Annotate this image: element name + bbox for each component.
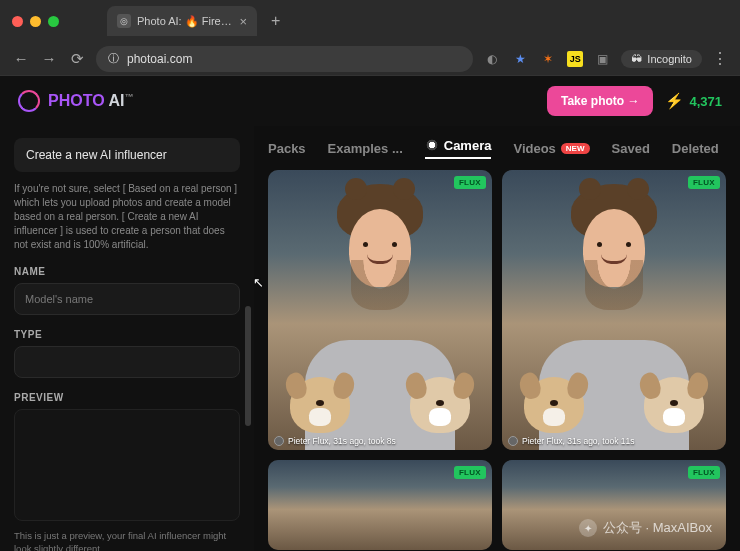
bolt-icon: ⚡ (665, 92, 684, 110)
model-name-placeholder: Model's name (25, 293, 93, 305)
tab-deleted[interactable]: Deleted (672, 141, 719, 156)
favicon-icon: ◎ (117, 14, 131, 28)
close-window-icon[interactable] (12, 16, 23, 27)
preview-box (14, 409, 240, 521)
app-header: PHOTO AI™ Take photo → ⚡ 4,371 (0, 76, 740, 126)
tab-videos-label: Videos (513, 141, 555, 156)
photo-card[interactable]: FLUX Pieter Flux, 31s ago, took 8s (268, 170, 492, 450)
content-area: Packs Examples ... Camera Videos NEW Sav… (254, 126, 740, 551)
extensions-area: ◐ ★ ✶ JS ▣ 🕶 Incognito ⋮ (483, 49, 728, 68)
main-area: Create a new AI influencer If you're not… (0, 126, 740, 551)
photo-card[interactable]: FLUX (502, 460, 726, 550)
photo-grid: FLUX Pieter Flux, 31s ago, took 8s FLUX … (268, 170, 726, 550)
tab-camera[interactable]: Camera (425, 138, 492, 159)
photo-caption: Pieter Flux, 31s ago, took 8s (274, 436, 396, 446)
tab-examples[interactable]: Examples ... (328, 141, 403, 156)
caption-text: Pieter Flux, 31s ago, took 8s (288, 436, 396, 446)
photo-card[interactable]: FLUX (268, 460, 492, 550)
browser-tab-strip: ◎ Photo AI: 🔥 Fire your photog × + (0, 0, 740, 42)
preview-note: This is just a preview, your final AI in… (14, 529, 240, 551)
brand-word-photo: PHOTO (48, 92, 105, 109)
flux-badge: FLUX (454, 176, 486, 189)
tab-camera-label: Camera (444, 138, 492, 153)
brand-word-ai: AI (108, 92, 124, 109)
tab-saved[interactable]: Saved (612, 141, 650, 156)
type-select[interactable] (14, 346, 240, 378)
tab-examples-label: Examples ... (328, 141, 403, 156)
new-tab-button[interactable]: + (265, 12, 286, 30)
type-label: TYPE (14, 329, 240, 340)
take-photo-button[interactable]: Take photo → (547, 86, 653, 116)
extension-icon[interactable]: ✶ (539, 50, 557, 68)
forward-icon[interactable]: → (40, 50, 58, 67)
content-tabs: Packs Examples ... Camera Videos NEW Sav… (268, 126, 726, 170)
sidebar-description: If you're not sure, select [ Based on a … (14, 182, 240, 252)
incognito-badge[interactable]: 🕶 Incognito (621, 50, 702, 68)
browser-toolbar: ← → ⟳ ⓘ photoai.com ◐ ★ ✶ JS ▣ 🕶 Incogni… (0, 42, 740, 76)
flux-badge: FLUX (688, 176, 720, 189)
flux-badge: FLUX (688, 466, 720, 479)
tab-saved-label: Saved (612, 141, 650, 156)
brand-logo[interactable]: PHOTO AI™ (18, 90, 133, 112)
site-info-icon[interactable]: ⓘ (108, 51, 119, 66)
photo-card[interactable]: FLUX Pieter Flux, 31s ago, took 11s (502, 170, 726, 450)
create-influencer-button[interactable]: Create a new AI influencer (14, 138, 240, 172)
trademark-icon: ™ (124, 92, 133, 102)
url-text: photoai.com (127, 52, 192, 66)
preview-label: PREVIEW (14, 392, 240, 403)
credits-counter[interactable]: ⚡ 4,371 (665, 92, 722, 110)
caption-text: Pieter Flux, 31s ago, took 11s (522, 436, 634, 446)
credits-value: 4,371 (689, 94, 722, 109)
name-label: NAME (14, 266, 240, 277)
sidebar: Create a new AI influencer If you're not… (0, 126, 254, 551)
photo-caption: Pieter Flux, 31s ago, took 11s (508, 436, 634, 446)
create-influencer-label: Create a new AI influencer (26, 148, 167, 162)
address-bar[interactable]: ⓘ photoai.com (96, 46, 473, 72)
avatar-icon (274, 436, 284, 446)
flux-badge: FLUX (454, 466, 486, 479)
minimize-window-icon[interactable] (30, 16, 41, 27)
browser-menu-icon[interactable]: ⋮ (712, 49, 728, 68)
take-photo-label: Take photo → (561, 94, 639, 108)
star-icon[interactable]: ★ (511, 50, 529, 68)
eye-off-icon[interactable]: ◐ (483, 50, 501, 68)
tab-packs-label: Packs (268, 141, 306, 156)
logo-swirl-icon (18, 90, 40, 112)
tab-deleted-label: Deleted (672, 141, 719, 156)
model-name-input[interactable]: Model's name (14, 283, 240, 315)
aperture-icon (425, 138, 439, 152)
incognito-icon: 🕶 (631, 53, 642, 65)
js-extension-icon[interactable]: JS (567, 51, 583, 67)
new-badge: NEW (561, 143, 590, 154)
maximize-window-icon[interactable] (48, 16, 59, 27)
tab-videos[interactable]: Videos NEW (513, 141, 589, 156)
extension-icon-2[interactable]: ▣ (593, 50, 611, 68)
back-icon[interactable]: ← (12, 50, 30, 67)
incognito-label: Incognito (647, 53, 692, 65)
reload-icon[interactable]: ⟳ (68, 50, 86, 68)
window-controls (12, 16, 59, 27)
sidebar-scrollbar[interactable] (245, 126, 251, 551)
tab-title: Photo AI: 🔥 Fire your photog (137, 15, 233, 28)
tab-packs[interactable]: Packs (268, 141, 306, 156)
close-tab-icon[interactable]: × (239, 14, 247, 29)
browser-tab[interactable]: ◎ Photo AI: 🔥 Fire your photog × (107, 6, 257, 36)
avatar-icon (508, 436, 518, 446)
